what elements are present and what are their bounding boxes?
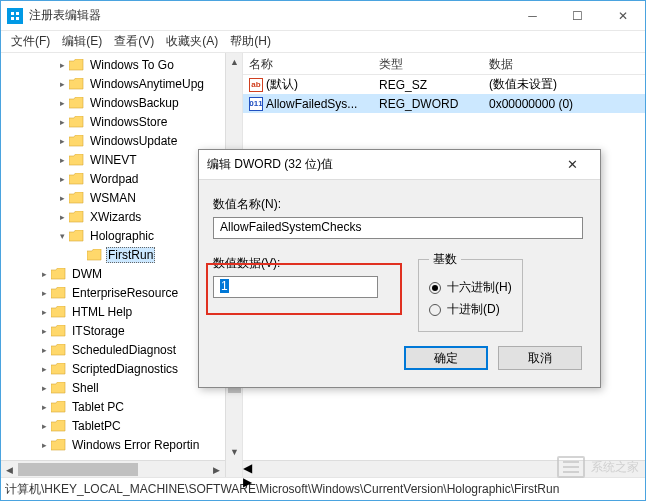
scroll-down-arrow-icon[interactable]: ▼	[226, 443, 243, 460]
expander-icon[interactable]: ▸	[37, 345, 51, 355]
column-data[interactable]: 数据	[483, 53, 645, 74]
tree-item-label: Shell	[70, 381, 101, 395]
column-type[interactable]: 类型	[373, 53, 483, 74]
radio-hex[interactable]: 十六进制(H)	[429, 279, 512, 296]
tree-item[interactable]: ▸Tablet PC	[1, 397, 242, 416]
value-type-icon: ab	[249, 78, 263, 92]
tree-item-label: DWM	[70, 267, 104, 281]
expander-icon[interactable]: ▸	[37, 326, 51, 336]
tree-horizontal-scrollbar[interactable]: ◀ ▶	[1, 460, 225, 477]
folder-icon	[69, 96, 85, 110]
tree-item[interactable]: ▸WindowsAnytimeUpg	[1, 74, 242, 93]
folder-icon	[69, 134, 85, 148]
expander-icon[interactable]: ▸	[55, 193, 69, 203]
tree-item-label: Windows Error Reportin	[70, 438, 201, 452]
folder-icon	[51, 400, 67, 414]
expander-icon[interactable]: ▾	[55, 231, 69, 241]
menu-edit[interactable]: 编辑(E)	[58, 31, 106, 52]
svg-rect-2	[16, 12, 19, 15]
regedit-icon	[7, 8, 23, 24]
edit-dword-dialog: 编辑 DWORD (32 位)值 ✕ 数值名称(N): AllowFailedS…	[198, 149, 601, 388]
expander-icon[interactable]: ▸	[37, 421, 51, 431]
folder-icon	[69, 191, 85, 205]
tree-item-label: WindowsStore	[88, 115, 169, 129]
menu-help[interactable]: 帮助(H)	[226, 31, 275, 52]
dialog-body: 数值名称(N): AllowFailedSystemChecks 数值数据(V)…	[199, 180, 600, 382]
expander-icon[interactable]: ▸	[55, 117, 69, 127]
tree-item-label: ITStorage	[70, 324, 127, 338]
radio-icon	[429, 304, 441, 316]
column-name[interactable]: 名称	[243, 53, 373, 74]
value-data: 0x00000000 (0)	[483, 96, 645, 112]
expander-icon[interactable]: ▸	[37, 288, 51, 298]
value-row[interactable]: 011AllowFailedSys...REG_DWORD0x00000000 …	[243, 94, 645, 113]
expander-icon[interactable]: ▸	[55, 60, 69, 70]
folder-icon	[51, 286, 67, 300]
minimize-button[interactable]: ─	[510, 1, 555, 31]
ok-button[interactable]: 确定	[404, 346, 488, 370]
scroll-right-arrow-icon[interactable]: ▶	[208, 461, 225, 477]
value-name-input[interactable]: AllowFailedSystemChecks	[213, 217, 583, 239]
tree-item[interactable]: ▸Windows To Go	[1, 55, 242, 74]
tree-item-label: Windows To Go	[88, 58, 176, 72]
scroll-left-arrow-icon[interactable]: ◀	[1, 461, 18, 477]
scroll-right-arrow-icon[interactable]: ▶	[243, 475, 645, 489]
radio-dec[interactable]: 十进制(D)	[429, 301, 512, 318]
tree-item[interactable]: ▸Windows Error Reportin	[1, 435, 242, 454]
dialog-close-button[interactable]: ✕	[552, 157, 592, 172]
menu-file[interactable]: 文件(F)	[7, 31, 54, 52]
list-horizontal-scrollbar[interactable]: ◀ ▶	[243, 460, 645, 477]
menu-favorites[interactable]: 收藏夹(A)	[162, 31, 222, 52]
scroll-left-arrow-icon[interactable]: ◀	[243, 461, 645, 475]
tree-item[interactable]: ▸WindowsBackup	[1, 93, 242, 112]
expander-icon[interactable]: ▸	[55, 98, 69, 108]
expander-icon[interactable]: ▸	[37, 269, 51, 279]
folder-icon	[51, 381, 67, 395]
svg-rect-0	[9, 10, 21, 22]
value-row[interactable]: ab(默认)REG_SZ(数值未设置)	[243, 75, 645, 94]
expander-icon[interactable]: ▸	[55, 155, 69, 165]
tree-item[interactable]: ▸TabletPC	[1, 416, 242, 435]
tree-item-label: XWizards	[88, 210, 143, 224]
radio-icon	[429, 282, 441, 294]
expander-icon[interactable]: ▸	[55, 174, 69, 184]
tree-item-label: FirstRun	[106, 247, 155, 263]
expander-icon[interactable]: ▸	[55, 79, 69, 89]
expander-icon[interactable]: ▸	[55, 212, 69, 222]
value-type: REG_DWORD	[373, 96, 483, 112]
expander-icon[interactable]: ▸	[37, 402, 51, 412]
svg-rect-1	[11, 12, 14, 15]
folder-icon	[69, 58, 85, 72]
tree-item-label: WindowsBackup	[88, 96, 181, 110]
tree-item-label: TabletPC	[70, 419, 123, 433]
tree-item[interactable]: ▸WindowsUpdate	[1, 131, 242, 150]
column-headers: 名称 类型 数据	[243, 53, 645, 75]
value-name-text: AllowFailedSystemChecks	[220, 220, 361, 234]
folder-icon	[51, 438, 67, 452]
value-data-input[interactable]: 1	[213, 276, 378, 298]
tree-item[interactable]: ▸WindowsStore	[1, 112, 242, 131]
value-name: (默认)	[266, 76, 298, 93]
folder-icon	[51, 419, 67, 433]
value-data-text: 1	[220, 279, 229, 293]
base-fieldset: 基数 十六进制(H) 十进制(D)	[418, 251, 523, 332]
expander-icon[interactable]: ▸	[37, 383, 51, 393]
scroll-up-arrow-icon[interactable]: ▲	[226, 53, 243, 70]
maximize-button[interactable]: ☐	[555, 1, 600, 31]
titlebar: 注册表编辑器 ─ ☐ ✕	[1, 1, 645, 31]
tree-item-label: ScriptedDiagnostics	[70, 362, 180, 376]
folder-icon	[51, 267, 67, 281]
value-data-label: 数值数据(V):	[213, 255, 398, 272]
scroll-thumb[interactable]	[18, 463, 138, 476]
cancel-button[interactable]: 取消	[498, 346, 582, 370]
close-button[interactable]: ✕	[600, 1, 645, 31]
dialog-titlebar: 编辑 DWORD (32 位)值 ✕	[199, 150, 600, 180]
expander-icon[interactable]: ▸	[55, 136, 69, 146]
folder-icon	[51, 362, 67, 376]
tree-item-label: Wordpad	[88, 172, 140, 186]
expander-icon[interactable]: ▸	[37, 440, 51, 450]
menu-view[interactable]: 查看(V)	[110, 31, 158, 52]
expander-icon[interactable]: ▸	[37, 307, 51, 317]
window-controls: ─ ☐ ✕	[510, 1, 645, 31]
expander-icon[interactable]: ▸	[37, 364, 51, 374]
